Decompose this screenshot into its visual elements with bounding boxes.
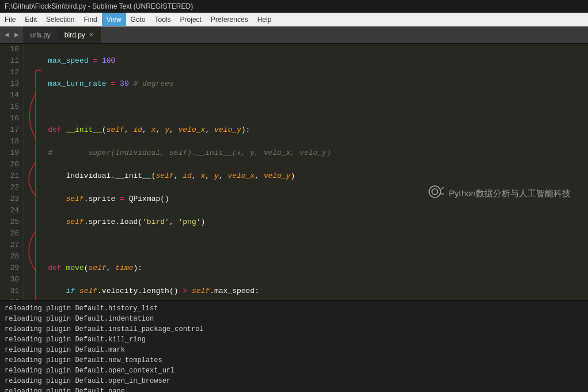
- console-line-1: reloading plugin Default.history_list: [5, 303, 583, 314]
- console-line-7: reloading plugin Default.open_context_ur…: [5, 366, 583, 376]
- tab-bar: ◀ ▶ urls.py bird.py ✕: [0, 26, 588, 44]
- svg-point-3: [429, 186, 441, 197]
- watermark-text: Python数据分析与人工智能科技: [449, 188, 571, 199]
- menu-goto[interactable]: Goto: [126, 13, 150, 26]
- line-numbers: 10 11 12 13 14 15 16 17 18 19 20 21 22 2…: [0, 44, 24, 300]
- menu-file[interactable]: File: [0, 13, 20, 26]
- menu-help[interactable]: Help: [253, 13, 276, 26]
- console-line-4: reloading plugin Default.kill_ring: [5, 334, 583, 345]
- menu-selection[interactable]: Selection: [41, 13, 79, 26]
- nav-left[interactable]: ◀: [2, 29, 11, 40]
- editor-inner: 10 11 12 13 14 15 16 17 18 19 20 21 22 2…: [0, 44, 588, 300]
- console-area: reloading plugin Default.history_list re…: [0, 300, 588, 392]
- menu-preferences[interactable]: Preferences: [206, 13, 253, 26]
- console-line-6: reloading plugin Default.new_templates: [5, 355, 583, 366]
- menu-bar: File Edit Selection Find View Goto Tools…: [0, 13, 588, 26]
- menu-view[interactable]: View: [102, 13, 126, 26]
- tab-bird-py[interactable]: bird.py ✕: [58, 26, 101, 43]
- nav-arrows: ◀ ▶: [0, 29, 23, 40]
- title-bar: F:\Github\FlockSim\bird.py - Sublime Tex…: [0, 0, 588, 13]
- svg-point-4: [432, 189, 438, 195]
- svg-line-5: [441, 187, 444, 189]
- watermark-icon: [428, 185, 445, 202]
- console-line-5: reloading plugin Default.mark: [5, 345, 583, 355]
- console-line-3: reloading plugin Default.install_package…: [5, 324, 583, 334]
- tab-urls-py-label: urls.py: [30, 31, 50, 39]
- watermark: Python数据分析与人工智能科技: [428, 185, 571, 202]
- tab-bird-py-label: bird.py: [65, 31, 85, 39]
- menu-tools[interactable]: Tools: [150, 13, 176, 26]
- tab-urls-py[interactable]: urls.py: [23, 26, 57, 43]
- nav-right[interactable]: ▶: [12, 29, 21, 40]
- title-text: F:\Github\FlockSim\bird.py - Sublime Tex…: [5, 2, 193, 10]
- editor-wrapper: 10 11 12 13 14 15 16 17 18 19 20 21 22 2…: [0, 44, 588, 300]
- tab-bird-py-close[interactable]: ✕: [89, 31, 94, 39]
- code-editor[interactable]: max_speed = 100 max_turn_rate = 30 # deg…: [24, 44, 588, 300]
- menu-edit[interactable]: Edit: [20, 13, 41, 26]
- console-line-9: reloading plugin Default.pane: [5, 386, 583, 392]
- console-line-2: reloading plugin Default.indentation: [5, 314, 583, 324]
- menu-project[interactable]: Project: [176, 13, 206, 26]
- menu-find[interactable]: Find: [79, 13, 101, 26]
- console-line-8: reloading plugin Default.open_in_browser: [5, 376, 583, 386]
